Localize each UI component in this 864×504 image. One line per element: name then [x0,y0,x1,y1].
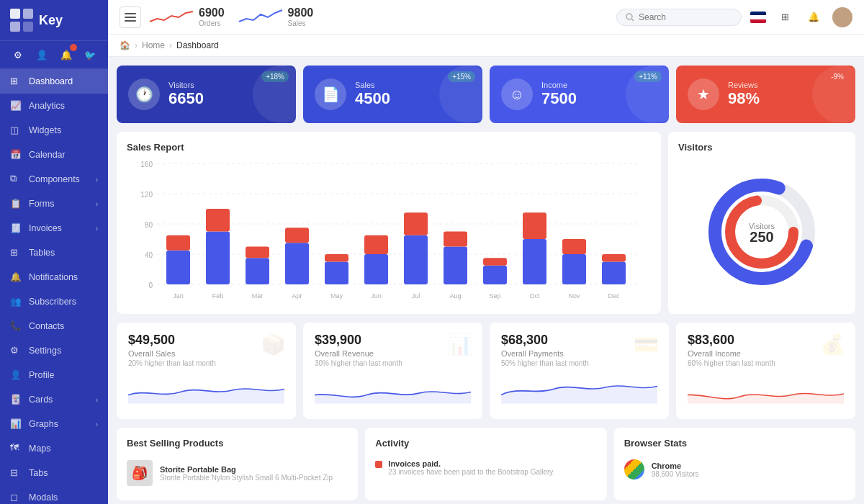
home-icon: 🏠 [120,40,130,50]
mini-stat-card-2: 💳 $68,300 Overall Payments 50% higher th… [490,323,669,419]
svg-rect-43 [483,266,507,284]
invoices-nav-label: Invoices [29,223,89,233]
profile-nav-icon: 👤 [10,369,22,381]
mini-stat-sub-0: 20% higher than last month [128,359,284,367]
svg-rect-35 [364,235,388,254]
mini-stat-card-1: 📊 $39,900 Overall Revenue 30% higher tha… [303,323,482,419]
svg-text:40: 40 [145,251,153,259]
sidebar-item-subscribers[interactable]: 👥 Subscribers [0,289,108,314]
best-selling-card: Best Selling Products 🎒 Storite Portable… [117,428,358,500]
notification-icon-btn[interactable]: 🔔 [58,47,74,63]
mini-wave-0 [128,374,284,407]
notifications-nav-label: Notifications [29,272,98,282]
sidebar-icons-row: ⚙ 👤 🔔 🐦 [0,41,108,69]
svg-text:Aug: Aug [449,292,461,300]
mini-wave-1 [315,374,471,407]
bell-icon-button[interactable]: 🔔 [804,7,824,27]
svg-text:Oct: Oct [529,292,540,300]
svg-rect-25 [246,258,269,284]
activity-dot [375,461,382,468]
income-icon: ☺ [501,78,533,110]
sidebar-item-graphs[interactable]: 📊 Graphs › [0,412,108,436]
nav-list: ⊞ Dashboard 📈 Analytics ◫ Widgets 📅 Cale… [0,69,108,504]
stat-card-sales: 📄 Sales 4500 +15% [303,66,482,123]
forms-chevron: › [96,200,98,208]
stat-card-reviews: ★ Reviews 98% -9% [676,66,855,123]
cards-nav-label: Cards [29,395,89,405]
search-input[interactable] [639,12,732,22]
stat-cards-row: 🕐 Visitors 6650 +18% 📄 Sales 4500 +15% ☺ [117,66,855,123]
svg-point-7 [626,14,632,19]
forms-nav-label: Forms [29,199,89,209]
calendar-nav-icon: 📅 [10,149,22,161]
svg-rect-40 [444,247,467,285]
sidebar-item-forms[interactable]: 📋 Forms › [0,192,108,216]
cards-nav-icon: 🃏 [10,394,22,405]
sidebar-item-settings[interactable]: ⚙ Settings [0,338,108,363]
sidebar-item-tabs[interactable]: ⊟ Tabs [0,461,108,485]
svg-rect-31 [325,262,348,285]
calendar-nav-label: Calendar [29,150,98,160]
svg-rect-23 [206,209,230,232]
sidebar-item-tables[interactable]: ⊞ Tables [0,240,108,265]
bottom-row: Best Selling Products 🎒 Storite Portable… [117,428,855,500]
user-icon-btn[interactable]: 👤 [35,47,50,63]
sidebar-item-calendar[interactable]: 📅 Calendar [0,143,108,167]
notification-badge [70,44,77,51]
sidebar-item-analytics[interactable]: 📈 Analytics [0,94,108,118]
sidebar-item-invoices[interactable]: 🧾 Invoices › [0,216,108,240]
sidebar-item-components[interactable]: ⧉ Components › [0,167,108,192]
visitors-icon: 🕐 [128,78,160,110]
reviews-value: 98% [728,89,760,108]
svg-rect-46 [523,239,546,284]
sidebar-item-contacts[interactable]: 📞 Contacts [0,314,108,338]
sidebar-item-dashboard[interactable]: ⊞ Dashboard [0,69,108,94]
svg-text:Apr: Apr [292,292,302,300]
product-name: Storite Portable Bag [160,465,333,474]
sidebar-item-maps[interactable]: 🗺 Maps [0,436,108,461]
graphs-nav-icon: 📊 [10,418,22,430]
mini-wave-3 [688,374,844,407]
settings-icon-btn[interactable]: ⚙ [10,47,26,63]
sidebar-item-notifications[interactable]: 🔔 Notifications [0,265,108,289]
sidebar-item-cards[interactable]: 🃏 Cards › [0,387,108,412]
activity-card: Activity Invoices paid. 23 invoices have… [365,428,606,500]
content-area: 🕐 Visitors 6650 +18% 📄 Sales 4500 +15% ☺ [108,57,864,504]
best-selling-title: Best Selling Products [127,438,348,449]
svg-text:80: 80 [145,221,153,229]
search-box[interactable] [616,9,742,26]
grid-view-button[interactable]: ⊞ [775,7,795,27]
subscribers-nav-label: Subscribers [29,297,98,307]
sidebar-item-profile[interactable]: 👤 Profile [0,363,108,387]
donut-chart-wrap: Visitors 250 [678,160,845,304]
graphs-chevron: › [96,420,98,428]
user-avatar[interactable] [832,7,852,27]
menu-toggle-button[interactable] [120,6,141,28]
mini-stat-sub-2: 50% higher than last month [501,359,657,367]
svg-text:120: 120 [140,191,153,199]
modals-nav-icon: ◻ [10,492,22,503]
settings-nav-label: Settings [29,346,98,356]
svg-rect-37 [404,235,428,284]
donut-chart: Visitors 250 [704,174,819,289]
orders-label: Orders [199,19,225,27]
chrome-icon [624,459,644,480]
sidebar-item-modals[interactable]: ◻ Modals [0,485,108,504]
svg-rect-0 [10,9,20,19]
mini-stat-sub-3: 60% higher than last month [688,359,844,367]
visitors-label: Visitors [168,81,204,89]
mini-stat-icon-2: 💳 [634,333,659,356]
sidebar-item-widgets[interactable]: ◫ Widgets [0,118,108,143]
breadcrumb-home[interactable]: Home [142,40,165,50]
mini-stat-sub-1: 30% higher than last month [315,359,471,367]
logo-text: Key [39,13,63,28]
components-chevron: › [96,176,98,184]
svg-text:Mar: Mar [252,292,264,300]
svg-text:160: 160 [140,161,153,168]
svg-rect-34 [364,254,388,284]
svg-rect-3 [23,22,33,32]
header: 6900 Orders 9800 Sales [108,0,864,35]
forms-nav-icon: 📋 [10,198,22,210]
sales-value: 4500 [355,89,390,108]
twitter-icon-btn[interactable]: 🐦 [83,47,99,63]
